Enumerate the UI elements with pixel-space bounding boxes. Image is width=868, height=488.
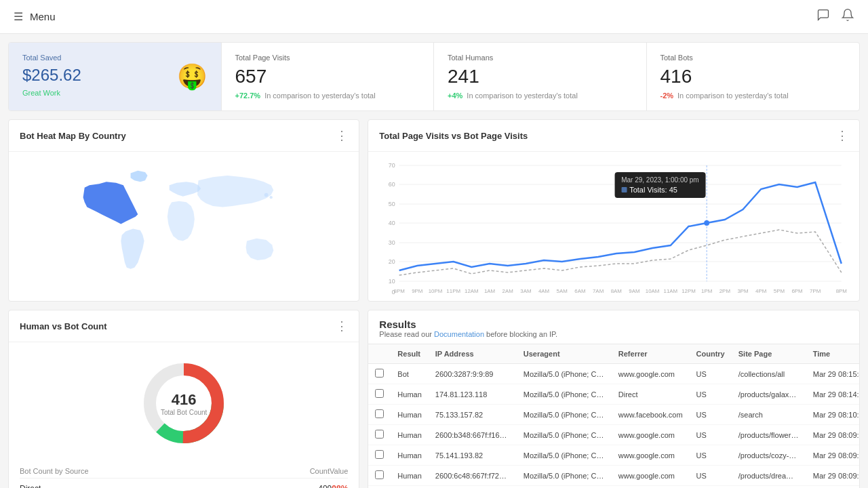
- stat-card-page-visits: Total Page Visits 657 +72.7% In comparis…: [222, 43, 435, 110]
- map-svg: [16, 159, 352, 294]
- stat-value-humans: 241: [448, 66, 633, 87]
- row-time-1: Mar 29 08:14:23 PM: [806, 384, 859, 405]
- stat-footer-bots: -2% In comparison to yesterday's total: [660, 92, 846, 100]
- bot-table-header: Bot Count by Source Count Value: [20, 464, 348, 479]
- col-referrer: Referrer: [612, 344, 690, 364]
- row-ip-3: 2600:b348:667f:f166:90ba:90...: [429, 425, 517, 445]
- svg-text:20: 20: [389, 258, 395, 265]
- row-country-0: US: [690, 364, 732, 384]
- stat-card-saved: Total Saved $265.62 Great Work 🤑: [9, 43, 222, 110]
- results-doc-link[interactable]: Documentation: [434, 330, 484, 338]
- donut-center-label: Total Bot Count: [161, 409, 207, 416]
- results-table-wrap[interactable]: Result IP Address Useragent Referrer Cou…: [368, 344, 859, 486]
- svg-text:4PM: 4PM: [755, 288, 766, 294]
- row-ua-1: Mozilla/5.0 (iPhone; CPU iPho...: [517, 384, 612, 405]
- stat-value-page-visits: 657: [235, 66, 420, 87]
- header: ☰ Menu: [0, 0, 868, 34]
- chart-panel-menu[interactable]: ⋮: [836, 128, 848, 143]
- row-time-5: Mar 29 08:09:25 PM: [806, 466, 859, 486]
- stat-label-page-visits: Total Page Visits: [235, 54, 420, 62]
- chart-panel-title: Total Page Visits vs Bot Page Visits: [379, 131, 528, 141]
- table-row: Human 75.133.157.82 Mozilla/5.0 (iPhone;…: [368, 405, 859, 425]
- row-ua-2: Mozilla/5.0 (iPhone; CPU iPho...: [517, 405, 612, 425]
- results-desc-post: before blocking an IP.: [484, 330, 557, 338]
- row-checkbox-3[interactable]: [368, 425, 391, 445]
- tooltip-row: Total Visits: 45: [621, 186, 699, 194]
- svg-text:1PM: 1PM: [701, 288, 712, 294]
- donut-svg-wrap: 416 Total Bot Count: [136, 356, 231, 451]
- results-panel: Results Please read our Documentation be…: [368, 310, 860, 488]
- col-ip: IP Address: [429, 344, 517, 364]
- stat-comparison-page-visits: In comparison to yesterday's total: [264, 92, 376, 100]
- middle-row: Bot Heat Map By Country ⋮: [0, 111, 868, 310]
- svg-text:6AM: 6AM: [575, 288, 586, 294]
- table-row: Human 174.81.123.118 Mozilla/5.0 (iPhone…: [368, 384, 859, 405]
- row-ua-3: Mozilla/5.0 (iPhone; CPU iPho...: [517, 425, 612, 445]
- row-referrer-3: www.google.com: [612, 425, 690, 445]
- chat-icon[interactable]: [816, 8, 830, 25]
- row-referrer-1: Direct: [612, 384, 690, 405]
- table-row: Human 2600:6c48:667f:f723:c90ba:90... Mo…: [368, 466, 859, 486]
- svg-text:12AM: 12AM: [465, 288, 479, 294]
- bot-value-0: 98%: [332, 484, 348, 488]
- svg-point-1: [270, 196, 273, 199]
- row-checkbox-5[interactable]: [368, 466, 391, 486]
- svg-text:3AM: 3AM: [521, 288, 532, 294]
- map-panel-menu[interactable]: ⋮: [336, 128, 348, 143]
- menu-icon[interactable]: ☰: [14, 10, 23, 23]
- row-time-2: Mar 29 08:10:18 PM: [806, 405, 859, 425]
- row-country-2: US: [690, 405, 732, 425]
- donut-panel-title: Human vs Bot Count: [20, 321, 107, 331]
- table-row: Human 75.141.193.82 Mozilla/5.0 (iPhone;…: [368, 445, 859, 466]
- results-title: Results: [379, 319, 848, 330]
- chart-panel: Total Page Visits vs Bot Page Visits ⋮ 7…: [368, 119, 860, 302]
- donut-panel-menu[interactable]: ⋮: [336, 319, 348, 333]
- row-referrer-4: www.google.com: [612, 445, 690, 466]
- row-checkbox-1[interactable]: [368, 384, 391, 405]
- svg-text:2PM: 2PM: [719, 288, 730, 294]
- row-page-2: /search: [732, 405, 806, 425]
- col-checkbox: [368, 344, 391, 364]
- svg-text:2AM: 2AM: [502, 288, 513, 294]
- svg-text:8PM: 8PM: [836, 288, 847, 294]
- svg-text:30: 30: [389, 239, 395, 246]
- row-checkbox-4[interactable]: [368, 445, 391, 466]
- row-ua-4: Mozilla/5.0 (iPhone; CPU iPho...: [517, 445, 612, 466]
- map-panel: Bot Heat Map By Country ⋮: [8, 119, 359, 302]
- header-left: ☰ Menu: [14, 10, 56, 23]
- row-checkbox-0[interactable]: [368, 364, 391, 384]
- row-result-5: Human: [391, 466, 428, 486]
- col-page: Site Page: [732, 344, 806, 364]
- row-page-0: /collections/all: [732, 364, 806, 384]
- row-page-4: /products/cozy-blan...: [732, 445, 806, 466]
- chart-container: 70 60 50 40 30 20 10 0 8PM 9PM 10PM 11PM…: [368, 152, 859, 301]
- row-ua-5: Mozilla/5.0 (iPhone; CPU iPho...: [517, 466, 612, 486]
- stat-footer-humans: +4% In comparison to yesterday's total: [448, 92, 633, 100]
- chart-tooltip: Mar 29, 2023, 1:00:00 pm Total Visits: 4…: [614, 172, 706, 198]
- donut-center-number: 416: [161, 391, 207, 409]
- donut-panel-header: Human vs Bot Count ⋮: [9, 310, 359, 342]
- bell-icon[interactable]: [841, 8, 854, 25]
- bot-table-col-count: Count: [310, 467, 330, 475]
- money-icon: 🤑: [177, 62, 208, 91]
- row-referrer-5: www.google.com: [612, 466, 690, 486]
- svg-text:4AM: 4AM: [538, 288, 549, 294]
- results-table-head: Result IP Address Useragent Referrer Cou…: [368, 344, 859, 364]
- results-table-header-row: Result IP Address Useragent Referrer Cou…: [368, 344, 859, 364]
- row-result-2: Human: [391, 405, 428, 425]
- stat-badge-bots: -2%: [660, 92, 674, 100]
- stats-row: Total Saved $265.62 Great Work 🤑 Total P…: [8, 42, 860, 111]
- row-result-0: Bot: [391, 364, 428, 384]
- chart-panel-header: Total Page Visits vs Bot Page Visits ⋮: [368, 120, 859, 152]
- svg-text:7PM: 7PM: [810, 288, 821, 294]
- row-time-3: Mar 29 08:09:34 PM: [806, 425, 859, 445]
- bot-count-table: Bot Count by Source Count Value Direct 4…: [9, 464, 359, 488]
- row-checkbox-2[interactable]: [368, 405, 391, 425]
- svg-text:11PM: 11PM: [447, 288, 461, 294]
- results-desc-pre: Please read our: [379, 330, 434, 338]
- header-right: [816, 8, 854, 25]
- results-table-body: Bot 2600:3287:9:9:89 Mozilla/5.0 (iPhone…: [368, 364, 859, 486]
- row-ip-0: 2600:3287:9:9:89: [429, 364, 517, 384]
- stat-label-saved: Total Saved: [22, 54, 208, 62]
- results-header: Results Please read our Documentation be…: [368, 310, 859, 344]
